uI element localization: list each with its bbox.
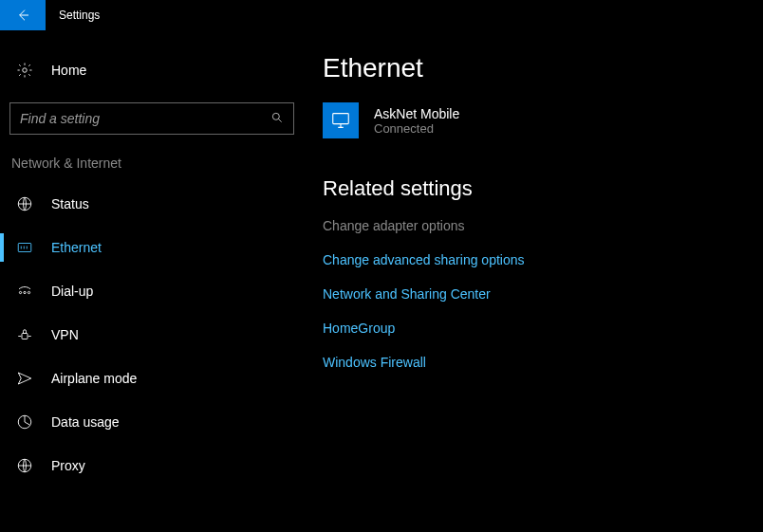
home-label: Home xyxy=(51,63,86,78)
sidebar-item-label: Dial-up xyxy=(51,284,93,299)
sidebar-item-label: Airplane mode xyxy=(51,371,137,386)
sidebar-item-label: Status xyxy=(51,196,89,211)
svg-rect-3 xyxy=(18,244,31,252)
svg-point-1 xyxy=(272,113,279,119)
svg-point-6 xyxy=(28,291,29,293)
vpn-icon xyxy=(15,325,34,344)
gear-icon xyxy=(15,61,34,80)
link-network-sharing-center[interactable]: Network and Sharing Center xyxy=(323,286,744,302)
titlebar: Settings xyxy=(0,0,763,30)
data-usage-icon xyxy=(15,413,34,431)
sidebar-item-label: Ethernet xyxy=(51,240,102,255)
related-settings-title: Related settings xyxy=(323,176,744,201)
globe-icon xyxy=(15,194,34,213)
svg-point-4 xyxy=(19,291,21,293)
sidebar-item-vpn[interactable]: VPN xyxy=(0,313,304,357)
svg-rect-7 xyxy=(22,334,28,339)
search-icon xyxy=(270,111,284,127)
sidebar-item-status[interactable]: Status xyxy=(0,182,304,226)
proxy-icon xyxy=(15,456,34,475)
dialup-icon xyxy=(15,282,34,301)
sidebar: Home Network & Internet Status Ethernet xyxy=(0,30,304,532)
sidebar-item-ethernet[interactable]: Ethernet xyxy=(0,226,304,269)
ethernet-icon xyxy=(15,238,34,257)
network-status: Connected xyxy=(374,121,459,136)
sidebar-item-airplane[interactable]: Airplane mode xyxy=(0,357,304,400)
sidebar-home[interactable]: Home xyxy=(0,53,304,87)
sidebar-item-proxy[interactable]: Proxy xyxy=(0,444,304,487)
sidebar-item-label: VPN xyxy=(51,327,79,342)
page-title: Ethernet xyxy=(323,53,744,83)
airplane-icon xyxy=(15,369,34,388)
network-tile xyxy=(323,102,359,138)
link-homegroup[interactable]: HomeGroup xyxy=(323,321,744,336)
search-input[interactable] xyxy=(20,111,270,126)
sidebar-item-label: Data usage xyxy=(51,414,120,430)
sidebar-item-dialup[interactable]: Dial-up xyxy=(0,269,304,313)
link-adapter-options[interactable]: Change adapter options xyxy=(323,218,744,233)
window-title: Settings xyxy=(59,9,100,22)
link-windows-firewall[interactable]: Windows Firewall xyxy=(323,355,744,370)
svg-rect-10 xyxy=(333,114,349,124)
network-name: AskNet Mobile xyxy=(374,106,459,121)
sidebar-item-label: Proxy xyxy=(51,458,85,473)
main-content: Ethernet AskNet Mobile Connected Related… xyxy=(304,30,763,532)
monitor-icon xyxy=(330,110,351,131)
sidebar-item-datausage[interactable]: Data usage xyxy=(0,400,304,444)
network-info: AskNet Mobile Connected xyxy=(374,106,459,136)
svg-point-5 xyxy=(24,291,26,293)
arrow-left-icon xyxy=(15,8,30,23)
svg-point-0 xyxy=(23,68,28,73)
network-entry[interactable]: AskNet Mobile Connected xyxy=(323,102,744,138)
link-advanced-sharing[interactable]: Change advanced sharing options xyxy=(323,252,744,267)
back-button[interactable] xyxy=(0,0,46,30)
sidebar-category: Network & Internet xyxy=(11,156,304,171)
search-box[interactable] xyxy=(9,102,294,135)
